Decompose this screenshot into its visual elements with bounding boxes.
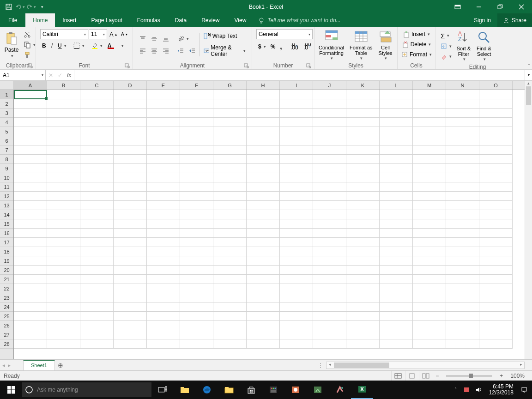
cell[interactable] (413, 118, 446, 127)
column-header-N[interactable]: N (446, 81, 479, 90)
cell[interactable] (213, 219, 247, 229)
cell[interactable] (313, 173, 346, 182)
cell[interactable] (14, 219, 47, 229)
cell[interactable] (346, 118, 380, 127)
cell[interactable] (14, 256, 47, 266)
cell[interactable] (114, 136, 147, 145)
select-all-button[interactable] (0, 81, 14, 90)
cell[interactable] (280, 229, 313, 238)
tab-home[interactable]: Home (25, 13, 55, 27)
cell[interactable] (247, 238, 280, 247)
cell[interactable] (479, 192, 513, 201)
cell[interactable] (413, 302, 446, 312)
cell[interactable] (180, 247, 213, 256)
column-header-E[interactable]: E (147, 81, 180, 90)
sign-in-button[interactable]: Sign in (467, 13, 497, 27)
row-header-21[interactable]: 21 (0, 275, 13, 284)
cell[interactable] (247, 229, 280, 238)
cell[interactable] (446, 182, 479, 192)
cell[interactable] (14, 136, 47, 145)
cell[interactable] (380, 109, 413, 118)
maximize-button[interactable] (490, 0, 511, 13)
cell[interactable] (247, 155, 280, 164)
row-header-15[interactable]: 15 (0, 219, 13, 229)
cell[interactable] (180, 229, 213, 238)
cell[interactable] (446, 293, 479, 302)
cell[interactable] (213, 90, 247, 99)
cell[interactable] (446, 302, 479, 312)
cell[interactable] (247, 192, 280, 201)
row-header-5[interactable]: 5 (0, 127, 13, 136)
row-header-3[interactable]: 3 (0, 109, 13, 118)
increase-font-button[interactable]: A▴ (108, 29, 119, 39)
taskbar-app-2[interactable] (284, 381, 307, 399)
row-header-1[interactable]: 1 (0, 90, 13, 99)
cell[interactable] (413, 330, 446, 339)
cell[interactable] (479, 109, 513, 118)
cell[interactable] (80, 312, 114, 321)
column-header-G[interactable]: G (213, 81, 247, 90)
cell[interactable] (14, 118, 47, 127)
zoom-out-button[interactable]: − (433, 373, 441, 379)
decrease-decimal-button[interactable]: .00.0 (302, 41, 314, 52)
tab-review[interactable]: Review (194, 13, 227, 27)
row-header-9[interactable]: 9 (0, 164, 13, 173)
cell[interactable] (380, 339, 413, 349)
cell[interactable] (313, 293, 346, 302)
cell[interactable] (14, 155, 47, 164)
cell[interactable] (380, 247, 413, 256)
cell[interactable] (313, 210, 346, 219)
ribbon-display-options[interactable] (447, 0, 468, 13)
percent-format-button[interactable]: % (269, 41, 278, 52)
cell[interactable] (14, 284, 47, 293)
cell[interactable] (346, 229, 380, 238)
row-header-11[interactable]: 11 (0, 182, 13, 192)
cell[interactable] (213, 127, 247, 136)
cell[interactable] (80, 127, 114, 136)
cell[interactable] (280, 321, 313, 330)
cell[interactable] (247, 219, 280, 229)
orientation-button[interactable]: ab▾ (175, 34, 191, 44)
cell[interactable] (380, 219, 413, 229)
cell[interactable] (14, 275, 47, 284)
cell[interactable] (446, 136, 479, 145)
cell[interactable] (380, 229, 413, 238)
cell[interactable] (413, 284, 446, 293)
cell[interactable] (346, 145, 380, 155)
cell[interactable] (114, 302, 147, 312)
cell[interactable] (114, 330, 147, 339)
cell[interactable] (446, 312, 479, 321)
column-header-J[interactable]: J (313, 81, 346, 90)
cell[interactable] (114, 321, 147, 330)
cell[interactable] (446, 118, 479, 127)
cell[interactable] (147, 339, 180, 349)
cell[interactable] (180, 109, 213, 118)
cell[interactable] (280, 238, 313, 247)
cell[interactable] (247, 210, 280, 219)
cell[interactable] (80, 247, 114, 256)
align-top-button[interactable] (137, 34, 148, 44)
cell[interactable] (213, 155, 247, 164)
cell[interactable] (14, 182, 47, 192)
cell[interactable] (280, 312, 313, 321)
cell[interactable] (313, 312, 346, 321)
taskbar-store[interactable] (240, 381, 262, 399)
sheet-tab-sheet1[interactable]: Sheet1 (23, 360, 55, 371)
row-header-27[interactable]: 27 (0, 330, 13, 339)
cell[interactable] (247, 164, 280, 173)
column-header-L[interactable]: L (380, 81, 413, 90)
cell[interactable] (413, 275, 446, 284)
cell[interactable] (213, 247, 247, 256)
task-view-button[interactable] (151, 381, 174, 399)
cell[interactable] (180, 330, 213, 339)
cell[interactable] (180, 145, 213, 155)
cell[interactable] (47, 118, 80, 127)
cell[interactable] (147, 266, 180, 275)
cell[interactable] (280, 266, 313, 275)
align-middle-button[interactable] (149, 34, 160, 44)
cell[interactable] (247, 293, 280, 302)
cell[interactable] (280, 192, 313, 201)
prev-sheet-button[interactable]: ◂ (2, 362, 5, 369)
cell[interactable] (346, 164, 380, 173)
cell[interactable] (479, 293, 513, 302)
